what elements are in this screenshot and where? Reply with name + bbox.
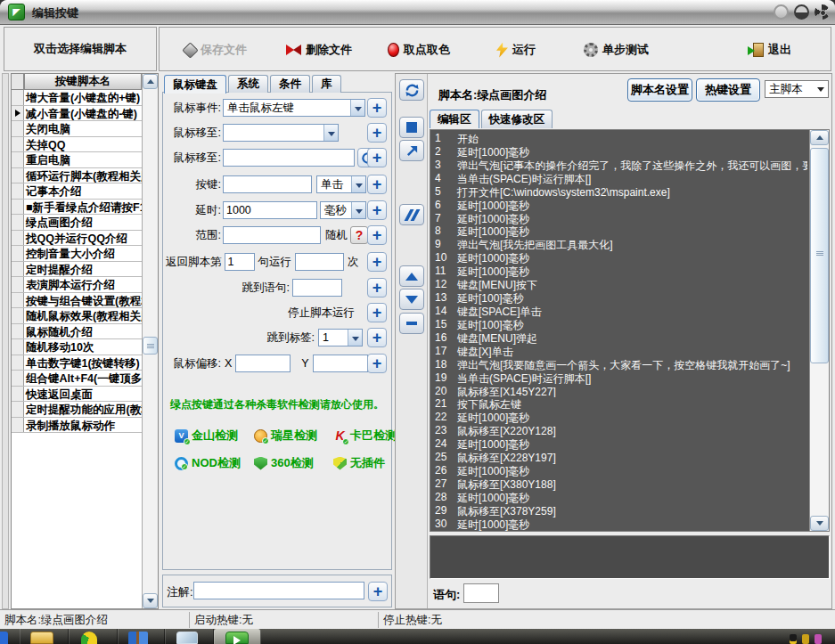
table-row[interactable]: 按键与组合键设置(教程相	[12, 293, 142, 309]
script-line[interactable]: 21按下鼠标左键	[430, 397, 807, 411]
table-row[interactable]: 表演脚本运行介绍	[12, 277, 142, 293]
add-stop-button[interactable]: +	[367, 303, 387, 322]
script-line[interactable]: 14键盘[SPACE]单击	[430, 305, 807, 318]
script-line[interactable]: 29鼠标移至[X378Y259]	[430, 504, 807, 518]
kaspersky-check[interactable]: K✓ 卡巴检测	[333, 428, 402, 444]
table-row[interactable]: 录制播放鼠标动作	[12, 418, 142, 434]
taskbar-item-start[interactable]	[0, 632, 8, 644]
chevron-down-icon[interactable]	[351, 202, 365, 218]
add-range-button[interactable]: +	[367, 225, 387, 245]
add-mouse-move2-button[interactable]: +	[367, 148, 387, 167]
taskbar-item-active[interactable]	[214, 629, 261, 644]
script-line[interactable]: 28延时[1000]毫秒	[430, 491, 807, 504]
sync-button[interactable]	[399, 79, 424, 101]
delete-line-button[interactable]	[399, 313, 424, 334]
move-line-down-button[interactable]	[399, 289, 424, 310]
add-offset-button[interactable]: +	[367, 354, 387, 373]
script-line[interactable]: 11延时[1000]毫秒	[430, 265, 807, 278]
tray-icon[interactable]	[815, 634, 822, 644]
table-row[interactable]: 组合键Alt+F4(一键顶多键	[12, 371, 142, 387]
scroll-up-icon[interactable]	[143, 74, 158, 89]
chevron-down-icon[interactable]	[323, 125, 338, 141]
script-line[interactable]: 4当单击(SPACE)时运行脚本[]	[430, 172, 807, 185]
table-row[interactable]: 减小音量(小键盘的-键)	[12, 106, 142, 122]
add-loop-button[interactable]: +	[367, 252, 387, 272]
script-line[interactable]: 1开始	[430, 132, 807, 145]
script-line[interactable]: 12键盘[MENU]按下	[430, 278, 807, 291]
script-line[interactable]: 8延时[1000]毫秒	[430, 224, 807, 238]
taskbar-item[interactable]	[20, 629, 69, 644]
range-input[interactable]	[223, 226, 321, 244]
table-row[interactable]: 循环运行脚本(教程相关脚	[12, 168, 142, 184]
help-button[interactable]: ?	[350, 226, 368, 244]
list-scrollbar[interactable]	[142, 74, 158, 608]
table-row[interactable]: 关掉QQ	[12, 137, 142, 153]
comment-input[interactable]	[193, 582, 364, 599]
add-key-button[interactable]: +	[367, 175, 387, 194]
delay-unit-select[interactable]: 毫秒	[320, 201, 366, 219]
key-mode-select[interactable]: 单击	[316, 175, 366, 193]
scroll-up-icon[interactable]	[810, 130, 829, 145]
table-row[interactable]: 单击数字键1(按键转移)	[12, 355, 142, 371]
script-line[interactable]: 10延时[1000]毫秒	[430, 251, 807, 265]
script-editor[interactable]: 1开始2延时[1000]毫秒3弹出气泡[记事本的操作介绍完了，我除了这些操作之外…	[430, 129, 830, 532]
table-row[interactable]: 定时提醒功能的应用(教程	[12, 402, 142, 418]
table-row[interactable]: 关闭电脑	[12, 121, 142, 137]
goto-statement-input[interactable]	[292, 279, 342, 297]
scroll-down-icon[interactable]	[143, 593, 158, 608]
add-goto-tag-button[interactable]: +	[367, 328, 387, 347]
comment-lines-button[interactable]	[399, 204, 424, 225]
chevron-down-icon[interactable]	[348, 330, 362, 346]
table-row[interactable]: 找QQ并运行QQ介绍	[12, 231, 142, 247]
script-line[interactable]: 23鼠标移至[X220Y128]	[430, 424, 807, 437]
taskbar-item[interactable]	[165, 629, 214, 644]
script-line[interactable]: 25鼠标移至[X228Y197]	[430, 451, 807, 464]
script-line[interactable]: 15延时[100]毫秒	[430, 318, 807, 331]
taskbar-item[interactable]	[69, 629, 118, 644]
taskbar-item[interactable]	[118, 629, 165, 644]
table-row[interactable]: 增大音量(小键盘的+键)	[12, 90, 142, 106]
jump-corner-button[interactable]	[399, 140, 424, 161]
close-button[interactable]	[815, 4, 830, 20]
delay-input[interactable]: 1000	[223, 201, 317, 219]
mouse-move2-input[interactable]	[223, 149, 355, 167]
scrollbar-thumb[interactable]	[810, 148, 829, 363]
script-line[interactable]: 30延时[1000]毫秒	[430, 518, 807, 531]
script-line[interactable]: 3弹出气泡[记事本的操作介绍完了，我除了这些操作之外，我还可以画图，要	[430, 159, 807, 172]
script-line[interactable]: 26延时[1000]毫秒	[430, 464, 807, 477]
tab-library[interactable]: 库	[312, 75, 341, 93]
tab-system[interactable]: 系统	[228, 75, 268, 93]
chevron-down-icon[interactable]	[351, 176, 365, 192]
mouse-move-select[interactable]	[223, 124, 339, 142]
script-line[interactable]: 20鼠标移至[X145Y227]	[430, 385, 807, 398]
script-line[interactable]: 2延时[1000]毫秒	[430, 145, 807, 159]
table-row[interactable]: 重启电脑	[12, 152, 142, 168]
script-line[interactable]: 22延时[1000]毫秒	[430, 411, 807, 424]
script-name-settings-button[interactable]: 脚本名设置	[627, 78, 692, 102]
exit-button[interactable]: 退出	[753, 38, 791, 61]
save-file-button[interactable]: 保存文件	[184, 38, 247, 61]
tray-icon[interactable]	[802, 634, 809, 644]
table-row[interactable]: 定时提醒介绍	[12, 262, 142, 278]
step-test-button[interactable]: 单步测试	[584, 38, 649, 61]
mouse-event-select[interactable]: 单击鼠标左键	[223, 99, 365, 117]
delete-file-button[interactable]: 删除文件	[286, 38, 352, 61]
script-line[interactable]: 17键盘[X]单击	[430, 345, 807, 358]
script-line[interactable]: 16键盘[MENU]弹起	[430, 331, 807, 345]
loop-count-input[interactable]	[295, 253, 344, 271]
tab-edit-area[interactable]: 编辑区	[430, 110, 479, 128]
table-row[interactable]: ■新手看绿点介绍请按F1	[12, 200, 142, 216]
add-mouse-move-button[interactable]: +	[367, 123, 387, 143]
minimize-button[interactable]	[774, 4, 789, 20]
goto-tag-select[interactable]: 1	[318, 329, 363, 346]
script-line[interactable]: 19当单击(SPACE)时运行脚本[]	[430, 371, 807, 385]
table-row[interactable]: 记事本介绍	[12, 183, 142, 200]
scroll-down-icon[interactable]	[810, 516, 829, 531]
360-check[interactable]: 360检测	[254, 455, 323, 471]
add-goto-statement-button[interactable]: +	[367, 278, 387, 298]
add-delay-button[interactable]: +	[367, 200, 387, 220]
add-comment-button[interactable]: +	[368, 582, 388, 601]
pick-color-button[interactable]: 取点取色	[388, 38, 450, 61]
script-line[interactable]: 7延时[1000]毫秒	[430, 212, 807, 225]
title-bar[interactable]: ◤ 编辑按键	[0, 0, 835, 25]
